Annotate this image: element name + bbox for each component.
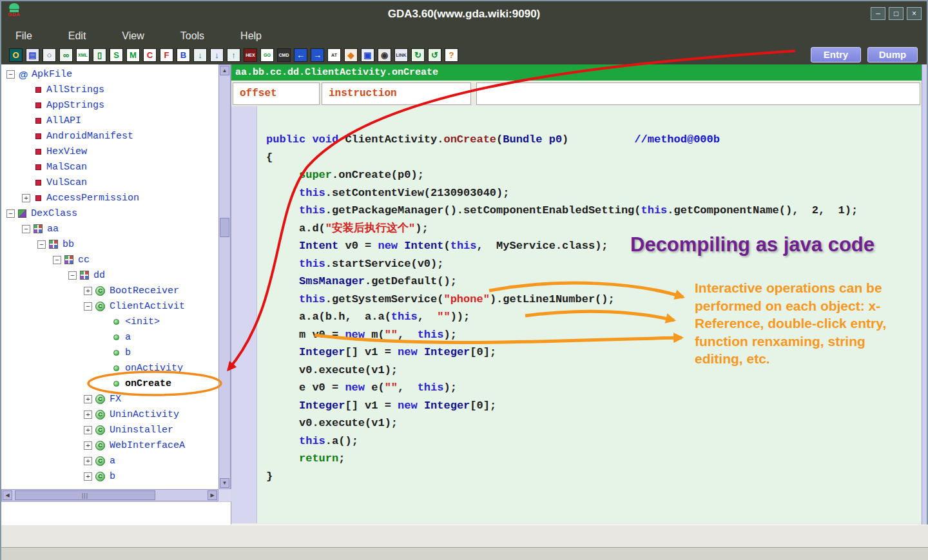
code-line[interactable]: return; bbox=[266, 450, 922, 468]
tree-item-accesspermission[interactable]: +AccessPermission bbox=[1, 190, 218, 206]
dump-button[interactable]: Dump bbox=[867, 47, 918, 63]
collapse-icon[interactable]: − bbox=[53, 256, 61, 264]
code-line[interactable]: SmsManager.getDefault(); bbox=[266, 273, 922, 291]
tree-horizontal-scrollbar[interactable]: ◀ ||| ▶ bbox=[1, 489, 218, 501]
refresh-icon[interactable]: ↻ bbox=[411, 48, 425, 62]
tree-item-apkfile[interactable]: −@ApkFile bbox=[1, 66, 218, 82]
tree-vertical-scrollbar[interactable]: ▲ ▼ bbox=[218, 64, 231, 489]
tree-item-a[interactable]: a bbox=[1, 329, 218, 345]
tree-item-androidmanifest[interactable]: AndroidManifest bbox=[1, 128, 218, 144]
tree-item-clientactivit[interactable]: −CClientActivit bbox=[1, 298, 218, 314]
methods-icon[interactable]: M bbox=[126, 48, 140, 62]
menu-view[interactable]: View bbox=[122, 30, 144, 42]
code-line[interactable]: Integer[] v1 = new Integer[0]; bbox=[266, 397, 922, 415]
search-all-icon[interactable]: ∞ bbox=[59, 48, 73, 62]
back-icon[interactable]: ← bbox=[294, 48, 307, 62]
comment-icon[interactable]: ▣ bbox=[361, 48, 374, 62]
scroll-down-icon[interactable]: ▼ bbox=[220, 478, 229, 488]
tree-item-init[interactable]: <init> bbox=[1, 314, 218, 329]
search-icon[interactable]: ○ bbox=[43, 48, 56, 62]
instruction-column-header[interactable]: instruction bbox=[322, 82, 471, 105]
scroll-left-icon[interactable]: ◀ bbox=[3, 490, 12, 500]
expand-icon[interactable]: + bbox=[84, 426, 92, 434]
collapse-icon[interactable]: − bbox=[68, 271, 77, 280]
expand-icon[interactable]: + bbox=[84, 441, 92, 450]
tree-item-dexclass[interactable]: −DexClass bbox=[1, 206, 218, 221]
open-icon[interactable]: O bbox=[9, 48, 23, 62]
fields-icon[interactable]: F bbox=[160, 48, 173, 62]
tree-item-b[interactable]: b bbox=[1, 345, 218, 360]
mark-icon[interactable]: ◆ bbox=[344, 48, 358, 62]
install-alt-icon[interactable]: ↓ bbox=[210, 48, 224, 62]
menu-help[interactable]: Help bbox=[240, 30, 262, 42]
code-line[interactable]: a.a(b.h, a.a(this, "")); bbox=[266, 308, 922, 326]
entry-button[interactable]: Entry bbox=[811, 47, 861, 63]
snapshot-icon[interactable]: ◉ bbox=[378, 48, 391, 62]
vertical-scroll-thumb[interactable] bbox=[220, 218, 229, 237]
undo-icon[interactable]: ↺ bbox=[428, 48, 441, 62]
collapse-icon[interactable]: − bbox=[6, 70, 15, 79]
code-line[interactable]: a.d("安装后执行这个"); bbox=[266, 220, 922, 238]
export-icon[interactable]: ↑ bbox=[227, 48, 240, 62]
tree-item-webinterfacea[interactable]: +CWebInterfaceA bbox=[1, 438, 218, 453]
forward-icon[interactable]: → bbox=[311, 48, 324, 62]
code-line[interactable]: this.setContentView(2130903040); bbox=[266, 184, 922, 202]
tree-item-a[interactable]: +Ca bbox=[1, 453, 218, 468]
expand-icon[interactable]: + bbox=[84, 287, 92, 295]
close-icon[interactable]: × bbox=[907, 7, 922, 20]
expand-icon[interactable]: + bbox=[84, 395, 92, 403]
expand-icon[interactable]: + bbox=[22, 194, 30, 202]
bytecode-icon[interactable]: B bbox=[177, 48, 190, 62]
code-line[interactable]: this.startService(v0); bbox=[266, 255, 922, 273]
tree-item-allapi[interactable]: AllAPI bbox=[1, 113, 218, 128]
tree-item-aa[interactable]: −aa bbox=[1, 221, 218, 237]
tree-item-allstrings[interactable]: AllStrings bbox=[1, 82, 218, 97]
code-line[interactable]: Integer[] v1 = new Integer[0]; bbox=[266, 343, 922, 362]
offset-column-header[interactable]: offset bbox=[233, 82, 320, 105]
tree-item-oncreate[interactable]: onCreate bbox=[1, 376, 218, 391]
code-line[interactable]: Intent v0 = new Intent(this, MyService.c… bbox=[266, 237, 922, 255]
tree-item-cc[interactable]: −cc bbox=[1, 252, 218, 267]
code-line[interactable]: m v0 = new m("", this); bbox=[266, 326, 922, 344]
link-icon[interactable]: LINK bbox=[394, 48, 408, 62]
hex-icon[interactable]: HEX bbox=[244, 48, 257, 62]
tree-item-onactivity[interactable]: onActivity bbox=[1, 360, 218, 376]
device-icon[interactable]: ▯ bbox=[93, 48, 106, 62]
tree-item-hexview[interactable]: HexView bbox=[1, 144, 218, 159]
scroll-right-icon[interactable]: ▶ bbox=[208, 490, 217, 500]
tree-item-uninstaller[interactable]: +CUninstaller bbox=[1, 422, 218, 438]
restore-icon[interactable]: □ bbox=[889, 7, 904, 20]
code-line[interactable]: super.onCreate(p0); bbox=[266, 166, 922, 184]
code-line[interactable]: this.getSystemService("phone").getLine1N… bbox=[266, 291, 922, 309]
code-line[interactable]: this.a(); bbox=[266, 432, 922, 450]
menu-tools[interactable]: Tools bbox=[180, 30, 204, 42]
code-line[interactable]: v0.execute(v1); bbox=[266, 414, 922, 432]
tree-item-malscan[interactable]: MalScan bbox=[1, 159, 218, 175]
strings-icon[interactable]: S bbox=[110, 48, 123, 62]
code-line[interactable]: e v0 = new e("", this); bbox=[266, 379, 922, 397]
xml-icon[interactable]: XML bbox=[76, 48, 90, 62]
save-icon[interactable]: ▤ bbox=[26, 48, 39, 62]
code-line[interactable]: } bbox=[266, 468, 922, 486]
tree-item-dd[interactable]: −dd bbox=[1, 267, 218, 283]
tree-item-bootreceiver[interactable]: +CBootReceiver bbox=[1, 283, 218, 298]
tree-item-uninactivity[interactable]: +CUninActivity bbox=[1, 407, 218, 422]
code-line[interactable]: { bbox=[266, 149, 922, 167]
tree-item-fx[interactable]: +CFX bbox=[1, 391, 218, 407]
expand-icon[interactable]: + bbox=[84, 472, 92, 481]
go-icon[interactable]: GO bbox=[260, 48, 274, 62]
cmd-icon[interactable]: CMD bbox=[277, 48, 291, 62]
code-line[interactable]: v0.execute(v1); bbox=[266, 362, 922, 380]
install-icon[interactable]: ↓ bbox=[193, 48, 207, 62]
tree-item-b[interactable]: +Cb bbox=[1, 468, 218, 484]
help-icon[interactable]: ? bbox=[445, 48, 458, 62]
menu-file[interactable]: File bbox=[15, 30, 32, 42]
code-line[interactable]: public void ClientActivity.onCreate(Bund… bbox=[266, 131, 922, 149]
at-search-icon[interactable]: AT bbox=[327, 48, 341, 62]
collapse-icon[interactable]: − bbox=[22, 225, 30, 233]
tree-item-vulscan[interactable]: VulScan bbox=[1, 175, 218, 190]
code-line[interactable]: this.getPackageManager().setComponentEna… bbox=[266, 202, 922, 220]
minimize-icon[interactable]: – bbox=[871, 7, 885, 20]
collapse-icon[interactable]: − bbox=[84, 302, 92, 311]
code-vertical-scrollbar[interactable] bbox=[922, 64, 927, 525]
